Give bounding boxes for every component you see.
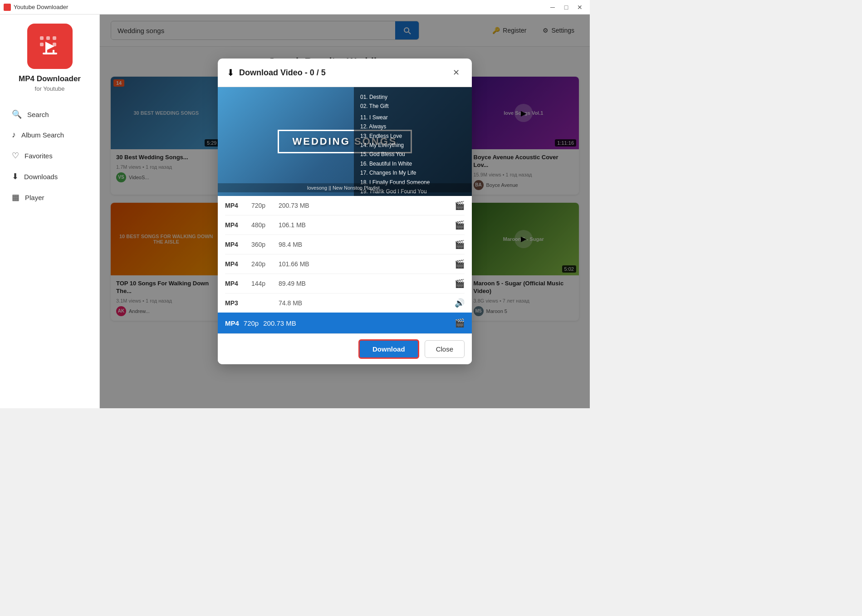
song-item: 11. I Swear bbox=[360, 113, 465, 122]
sidebar-item-downloads[interactable]: ⬇ Downloads bbox=[5, 167, 94, 186]
song-item: 12. Always bbox=[360, 122, 465, 131]
selected-format-icon: 🎬 bbox=[455, 318, 465, 328]
format-row-720p[interactable]: MP4 720p 200.73 MB 🎬 bbox=[225, 196, 465, 215]
selected-quality: 720p bbox=[244, 319, 259, 327]
song-list-left: 01. Destiny 02. The Gift bbox=[360, 93, 465, 111]
selected-size: 200.73 MB bbox=[263, 319, 296, 327]
song-item: 15. God Bless You bbox=[360, 150, 465, 159]
modal-preview: WEDDING SONGS 01. Destiny 02. The Gift 1… bbox=[218, 87, 472, 196]
sidebar-item-player[interactable]: ▦ Player bbox=[5, 188, 94, 207]
format-type: MP4 bbox=[225, 241, 247, 248]
app-name: MP4 Downloader bbox=[19, 74, 81, 83]
format-type: MP4 bbox=[225, 202, 247, 209]
close-modal-button[interactable]: Close bbox=[425, 340, 465, 358]
svg-rect-9 bbox=[45, 50, 47, 54]
format-row-240p[interactable]: MP4 240p 101.66 MB 🎬 bbox=[225, 254, 465, 274]
format-type: MP4 bbox=[225, 280, 247, 287]
format-type: MP4 bbox=[225, 221, 247, 229]
sidebar-item-player-label: Player bbox=[25, 194, 44, 201]
format-quality: 144p bbox=[251, 280, 274, 287]
format-size: 106.1 MB bbox=[279, 221, 319, 229]
search-icon: 🔍 bbox=[12, 109, 22, 119]
sidebar-item-favorites-label: Favorites bbox=[24, 152, 53, 160]
svg-rect-4 bbox=[53, 36, 56, 40]
app-layout: MP4 Downloader for Youtube 🔍 Search ♪ Al… bbox=[0, 15, 590, 408]
maximize-button[interactable]: □ bbox=[560, 1, 573, 14]
song-item: 13. Endless Love bbox=[360, 132, 465, 141]
sidebar-item-favorites[interactable]: ♡ Favorites bbox=[5, 146, 94, 165]
heart-icon: ♡ bbox=[12, 151, 19, 161]
title-bar-left: Youtube Downloader bbox=[4, 4, 68, 11]
format-size: 89.49 MB bbox=[279, 280, 319, 287]
format-type: MP4 bbox=[225, 260, 247, 268]
format-size: 98.4 MB bbox=[279, 241, 319, 248]
sidebar: MP4 Downloader for Youtube 🔍 Search ♪ Al… bbox=[0, 15, 100, 408]
download-icon: ⬇ bbox=[12, 171, 19, 181]
modal-header: ⬇ Download Video - 0 / 5 ✕ bbox=[218, 59, 472, 87]
app-subtitle: for Youtube bbox=[35, 85, 65, 92]
app-title: Youtube Downloader bbox=[14, 4, 68, 10]
music-icon: ♪ bbox=[12, 130, 16, 140]
svg-rect-8 bbox=[43, 53, 57, 54]
app-logo bbox=[27, 24, 73, 69]
sidebar-nav: 🔍 Search ♪ Album Search ♡ Favorites ⬇ Do… bbox=[0, 105, 99, 207]
minimize-button[interactable]: ─ bbox=[546, 1, 559, 14]
download-modal: ⬇ Download Video - 0 / 5 ✕ WEDDING SONGS… bbox=[218, 59, 472, 364]
format-row-480p[interactable]: MP4 480p 106.1 MB 🎬 bbox=[225, 215, 465, 235]
sidebar-item-search-label: Search bbox=[27, 111, 49, 118]
format-row-360p[interactable]: MP4 360p 98.4 MB 🎬 bbox=[225, 235, 465, 254]
song-item: 16. Beautiful In White bbox=[360, 159, 465, 168]
song-list-overlay: 01. Destiny 02. The Gift 11. I Swear 12.… bbox=[354, 87, 472, 196]
download-button[interactable]: Download bbox=[358, 339, 419, 359]
video-format-icon: 🎬 bbox=[455, 240, 465, 249]
format-type: MP3 bbox=[225, 299, 247, 307]
format-size: 74.8 MB bbox=[279, 299, 319, 307]
format-list: MP4 720p 200.73 MB 🎬 MP4 480p 106.1 MB 🎬… bbox=[218, 196, 472, 313]
format-quality: 480p bbox=[251, 221, 274, 229]
svg-rect-10 bbox=[53, 50, 54, 54]
modal-title: Download Video - 0 / 5 bbox=[239, 68, 326, 78]
sidebar-item-search[interactable]: 🔍 Search bbox=[5, 105, 94, 124]
selected-type: MP4 bbox=[225, 319, 239, 327]
svg-rect-3 bbox=[46, 36, 50, 40]
modal-close-x-button[interactable]: ✕ bbox=[449, 66, 463, 79]
format-quality: 360p bbox=[251, 241, 274, 248]
song-item: 02. The Gift bbox=[360, 102, 465, 111]
format-quality: 240p bbox=[251, 260, 274, 268]
format-row-mp3[interactable]: MP3 74.8 MB 🔊 bbox=[225, 293, 465, 313]
song-item: 01. Destiny bbox=[360, 93, 465, 102]
download-icon-modal: ⬇ bbox=[227, 67, 235, 78]
window-controls: ─ □ ✕ bbox=[546, 1, 586, 14]
song-item: 17. Changes In My Life bbox=[360, 168, 465, 177]
sidebar-item-downloads-label: Downloads bbox=[24, 173, 58, 181]
song-item: 14. My Everything bbox=[360, 141, 465, 150]
svg-rect-5 bbox=[40, 43, 44, 46]
format-size: 200.73 MB bbox=[279, 202, 319, 209]
sidebar-item-album-label: Album Search bbox=[21, 131, 64, 139]
modal-preview-title: lovesong || New Nonstop Playlist.. bbox=[218, 183, 472, 192]
format-row-144p[interactable]: MP4 144p 89.49 MB 🎬 bbox=[225, 274, 465, 293]
close-button[interactable]: ✕ bbox=[573, 1, 586, 14]
video-format-icon: 🎬 bbox=[455, 279, 465, 288]
modal-footer: Download Close bbox=[218, 333, 472, 364]
video-format-icon: 🎬 bbox=[455, 259, 465, 269]
title-bar: Youtube Downloader ─ □ ✕ bbox=[0, 0, 590, 15]
audio-format-icon: 🔊 bbox=[455, 298, 465, 308]
svg-rect-0 bbox=[5, 5, 10, 10]
video-format-icon: 🎬 bbox=[455, 200, 465, 210]
main-content: 🔑 Register ⚙ Settings Search Results: We… bbox=[100, 15, 590, 408]
modal-overlay: ⬇ Download Video - 0 / 5 ✕ WEDDING SONGS… bbox=[100, 15, 590, 408]
player-icon: ▦ bbox=[12, 192, 20, 202]
sidebar-item-album-search[interactable]: ♪ Album Search bbox=[5, 126, 94, 144]
selected-format-bar: MP4 720p 200.73 MB 🎬 bbox=[218, 313, 472, 333]
svg-rect-2 bbox=[40, 36, 44, 40]
logo-icon bbox=[36, 33, 64, 60]
modal-title-area: ⬇ Download Video - 0 / 5 bbox=[227, 67, 326, 78]
format-quality: 720p bbox=[251, 202, 274, 209]
format-size: 101.66 MB bbox=[279, 260, 319, 268]
app-icon-small bbox=[4, 4, 11, 11]
video-format-icon: 🎬 bbox=[455, 220, 465, 230]
